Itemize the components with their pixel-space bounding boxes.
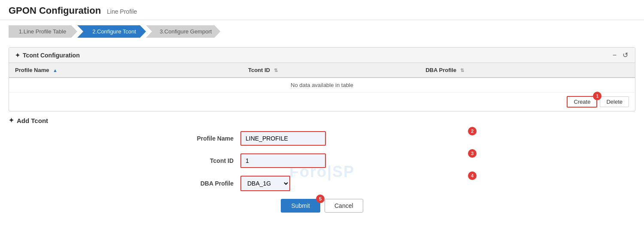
col-tcont-id[interactable]: Tcont ID ⇅ <box>242 63 419 78</box>
submit-button[interactable]: Submit <box>281 199 320 213</box>
section-header: ✦ Tcont Configuration − ↺ <box>9 48 635 63</box>
dba-profile-badge: 4 <box>468 171 477 180</box>
add-tcont-header: ✦ Add Tcont <box>9 117 635 124</box>
collapse-button[interactable]: − <box>612 51 617 59</box>
step-2[interactable]: 2.Configure Tcont <box>77 25 146 38</box>
tcont-id-wrapper: 3 <box>240 153 472 168</box>
refresh-button[interactable]: ↺ <box>622 51 629 59</box>
add-tcont-title: Add Tcont <box>17 117 48 124</box>
create-btn-wrapper: Create 1 <box>567 96 597 108</box>
col-profile-name-label: Profile Name <box>15 67 49 73</box>
form-row-dba-profile: DBA Profile DBA_1GDBA_512MDBA_256M 4 <box>172 176 472 191</box>
tcont-table: Profile Name ▲ Tcont ID ⇅ DBA Profile ⇅ … <box>9 63 635 93</box>
page-title: GPON Configuration <box>9 5 101 16</box>
table-actions: Create 1 Delete <box>9 93 635 111</box>
form-actions: Submit 5 Cancel <box>172 199 472 213</box>
submit-badge: 5 <box>316 195 325 203</box>
sort-asc-icon: ▲ <box>53 68 58 73</box>
step-3[interactable]: 3.Configure Gemport <box>146 25 220 38</box>
step-3-label[interactable]: 3.Configure Gemport <box>146 25 220 38</box>
col-tcont-id-label: Tcont ID <box>248 67 270 73</box>
tcont-config-panel: ✦ Tcont Configuration − ↺ Profile Name ▲… <box>9 47 635 111</box>
page-header: GPON Configuration Line Profile <box>0 0 644 20</box>
tcont-id-label: Tcont ID <box>172 157 240 164</box>
profile-name-badge: 2 <box>468 127 477 135</box>
col-profile-name[interactable]: Profile Name ▲ <box>9 63 242 78</box>
tcont-id-input[interactable] <box>240 153 326 168</box>
step-2-label[interactable]: 2.Configure Tcont <box>77 25 146 38</box>
form-row-profile-name: Profile Name 2 <box>172 131 472 146</box>
section-title: Tcont Configuration <box>23 52 80 59</box>
breadcrumb-steps: 1.Line Profile Table 2.Configure Tcont 3… <box>0 20 644 43</box>
cancel-button[interactable]: Cancel <box>325 199 363 213</box>
add-tcont-icon: ✦ <box>9 117 14 124</box>
profile-name-label: Profile Name <box>172 135 240 142</box>
dba-profile-label: DBA Profile <box>172 180 240 187</box>
section-header-right: − ↺ <box>612 51 629 59</box>
col-dba-profile-label: DBA Profile <box>425 67 456 73</box>
profile-name-input[interactable] <box>240 131 326 146</box>
table-header-row: Profile Name ▲ Tcont ID ⇅ DBA Profile ⇅ <box>9 63 635 78</box>
form-row-tcont-id: Tcont ID 3 <box>172 153 472 168</box>
create-button[interactable]: Create <box>567 96 597 108</box>
add-tcont-form: Foro|SP Profile Name 2 Tcont ID 3 DBA Pr… <box>172 131 472 213</box>
profile-name-wrapper: 2 <box>240 131 472 146</box>
no-data-row: No data available in table <box>9 78 635 93</box>
add-tcont-panel: ✦ Add Tcont Foro|SP Profile Name 2 Tcont… <box>9 117 635 213</box>
submit-btn-wrapper: Submit 5 <box>281 199 320 213</box>
dba-profile-select[interactable]: DBA_1GDBA_512MDBA_256M <box>240 176 290 191</box>
page-subtitle: Line Profile <box>107 8 137 15</box>
sort-icon-dba: ⇅ <box>460 68 464 73</box>
delete-button[interactable]: Delete <box>600 96 629 107</box>
no-data-message: No data available in table <box>9 78 635 93</box>
tcont-id-badge: 3 <box>468 149 477 158</box>
puzzle-icon: ✦ <box>15 52 20 59</box>
step-1[interactable]: 1.Line Profile Table <box>9 25 77 38</box>
section-header-left: ✦ Tcont Configuration <box>15 52 80 59</box>
step-1-label[interactable]: 1.Line Profile Table <box>9 25 77 38</box>
dba-profile-wrapper: DBA_1GDBA_512MDBA_256M 4 <box>240 176 472 191</box>
sort-icon-tcont: ⇅ <box>274 68 278 73</box>
table-container: Profile Name ▲ Tcont ID ⇅ DBA Profile ⇅ … <box>9 63 635 93</box>
col-dba-profile[interactable]: DBA Profile ⇅ <box>419 63 635 78</box>
